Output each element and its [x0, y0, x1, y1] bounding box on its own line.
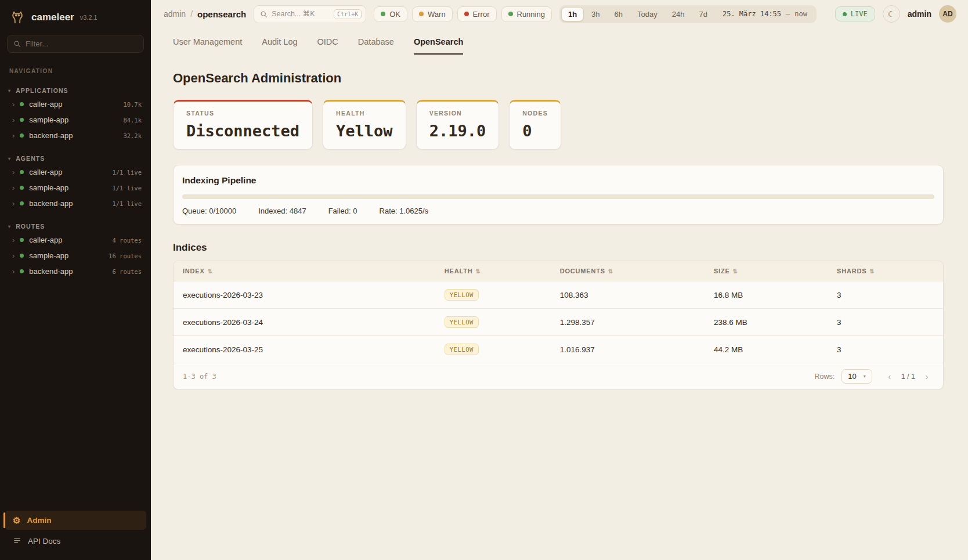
column-header-documents[interactable]: DOCUMENTS⇅: [551, 261, 705, 281]
api-docs-label: API Docs: [28, 537, 60, 545]
global-search[interactable]: Ctrl+K: [254, 5, 366, 23]
time-range-6h[interactable]: 6h: [608, 7, 630, 21]
sidebar-item-routes-backend-app[interactable]: › backend-app 6 routes: [0, 263, 151, 279]
cell-documents: 1.298.357: [551, 309, 705, 336]
item-badge: 4 routes: [112, 237, 142, 244]
indices-table-card: INDEX⇅ HEALTH⇅ DOCUMENTS⇅ SIZE⇅ SHARDS⇅ …: [173, 261, 944, 390]
item-label: backend-app: [29, 267, 107, 276]
column-label: INDEX: [183, 268, 205, 274]
pipeline-indexed: Indexed: 4847: [258, 207, 306, 215]
filter-label: Error: [473, 10, 490, 19]
stat-label: NODES: [522, 110, 548, 117]
column-header-size[interactable]: SIZE⇅: [705, 261, 828, 281]
dark-mode-toggle[interactable]: ☾: [883, 5, 900, 23]
prev-page-button[interactable]: ‹: [883, 370, 897, 384]
cell-index: executions-2026-03-23: [174, 281, 435, 309]
avatar[interactable]: AD: [939, 5, 956, 23]
sidebar-item-api-docs[interactable]: API Docs: [5, 532, 146, 551]
breadcrumb-parent[interactable]: admin: [164, 9, 186, 19]
stat-value: Yellow: [336, 122, 393, 140]
tab-user-management[interactable]: User Management: [173, 37, 242, 55]
chevron-right-icon: ›: [12, 184, 15, 192]
search-input[interactable]: [272, 10, 330, 18]
chevron-down-icon: ▾: [8, 156, 11, 161]
filter-warn[interactable]: Warn: [412, 6, 453, 22]
tab-opensearch[interactable]: OpenSearch: [414, 37, 463, 55]
cell-shards: 3: [828, 281, 943, 309]
tab-audit-log[interactable]: Audit Log: [262, 37, 297, 55]
column-label: SHARDS: [837, 268, 866, 274]
nav-section-applications: ▾ APPLICATIONS › caller-app 10.7k › samp…: [0, 85, 151, 143]
breadcrumb-separator: /: [190, 9, 193, 19]
sidebar-item-applications-backend-app[interactable]: › backend-app 32.2k: [0, 128, 151, 143]
status-filters: OK Warn Error Running: [374, 6, 552, 22]
item-badge: 1/1 live: [112, 169, 142, 176]
rows-per-page-select[interactable]: 10 ▾: [841, 369, 872, 384]
time-range-24h[interactable]: 24h: [665, 7, 692, 21]
date-to: now: [794, 10, 807, 18]
sidebar-item-agents-sample-app[interactable]: › sample-app 1/1 live: [0, 180, 151, 196]
sidebar-item-agents-caller-app[interactable]: › caller-app 1/1 live: [0, 164, 151, 180]
table-row[interactable]: executions-2026-03-25 YELLOW 1.016.937 4…: [174, 336, 943, 363]
sidebar-filter[interactable]: [7, 35, 144, 53]
next-page-button[interactable]: ›: [920, 370, 934, 384]
sidebar-item-applications-sample-app[interactable]: › sample-app 84.1k: [0, 112, 151, 128]
column-header-health[interactable]: HEALTH⇅: [435, 261, 551, 281]
table-footer: 1-3 of 3 Rows: 10 ▾ ‹ 1 / 1 ›: [174, 363, 943, 389]
sidebar-item-routes-caller-app[interactable]: › caller-app 4 routes: [0, 232, 151, 248]
tab-oidc[interactable]: OIDC: [317, 37, 338, 55]
sidebar-item-agents-backend-app[interactable]: › backend-app 1/1 live: [0, 196, 151, 211]
error-dot-icon: [464, 12, 469, 16]
item-badge: 1/1 live: [112, 185, 142, 192]
stat-card-nodes: NODES 0: [509, 100, 561, 150]
status-dot: [20, 238, 24, 242]
sidebar-item-admin[interactable]: ⚙ Admin: [5, 511, 146, 530]
stat-value: 0: [522, 122, 548, 140]
rows-per-page-value: 10: [848, 372, 856, 381]
filter-error[interactable]: Error: [457, 6, 497, 22]
cell-documents: 1.016.937: [551, 336, 705, 363]
section-header-applications[interactable]: ▾ APPLICATIONS: [0, 85, 151, 96]
stat-card-health: HEALTH Yellow: [323, 100, 406, 150]
indices-title: Indices: [173, 242, 944, 254]
live-indicator[interactable]: LIVE: [835, 6, 875, 21]
tab-database[interactable]: Database: [358, 37, 394, 55]
app-version: v3.2.1: [80, 14, 97, 21]
search-icon: [13, 40, 21, 48]
time-range-3h[interactable]: 3h: [584, 7, 606, 21]
sidebar-item-routes-sample-app[interactable]: › sample-app 16 routes: [0, 248, 151, 263]
pagination-controls: Rows: 10 ▾ ‹ 1 / 1 ›: [814, 369, 934, 384]
filter-ok[interactable]: OK: [374, 6, 407, 22]
item-label: backend-app: [29, 199, 107, 208]
chevron-down-icon: ▾: [8, 88, 11, 93]
moon-icon: ☾: [887, 9, 895, 19]
sidebar-footer: ⚙ Admin API Docs: [0, 505, 151, 560]
time-range-7d[interactable]: 7d: [692, 7, 714, 21]
sort-icon: ⇅: [475, 268, 481, 274]
column-label: SIZE: [714, 268, 730, 274]
logo: cameleer v3.2.1: [0, 0, 151, 32]
chevron-right-icon: ›: [12, 252, 15, 259]
filter-label: OK: [389, 10, 400, 19]
item-label: caller-app: [29, 100, 118, 109]
status-dot: [20, 186, 24, 190]
sidebar-item-applications-caller-app[interactable]: › caller-app 10.7k: [0, 96, 151, 112]
row-range-text: 1-3 of 3: [183, 373, 216, 381]
filter-input[interactable]: [26, 39, 138, 48]
table-row[interactable]: executions-2026-03-23 YELLOW 108.363 16.…: [174, 281, 943, 309]
section-header-agents[interactable]: ▾ AGENTS: [0, 153, 151, 164]
section-header-routes[interactable]: ▾ ROUTES: [0, 221, 151, 232]
column-header-shards[interactable]: SHARDS⇅: [828, 261, 943, 281]
live-dot-icon: [843, 12, 847, 16]
status-dot: [20, 201, 24, 205]
filter-running[interactable]: Running: [501, 6, 552, 22]
app-name: cameleer: [31, 12, 74, 23]
time-range-today[interactable]: Today: [630, 7, 664, 21]
pipeline-progress-bar: [182, 194, 934, 199]
time-range-1h[interactable]: 1h: [561, 7, 584, 21]
column-header-index[interactable]: INDEX⇅: [174, 261, 435, 281]
cell-size: 16.8 MB: [705, 281, 828, 309]
stat-value: 2.19.0: [429, 122, 486, 140]
user-name: admin: [908, 9, 931, 19]
table-row[interactable]: executions-2026-03-24 YELLOW 1.298.357 2…: [174, 309, 943, 336]
